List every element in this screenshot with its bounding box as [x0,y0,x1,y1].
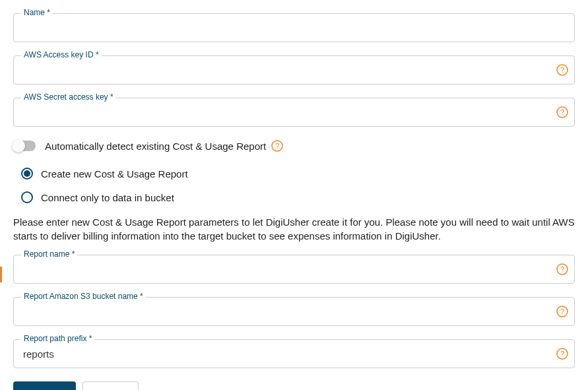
path-prefix-input[interactable] [13,339,575,368]
accent-strip [0,267,2,282]
button-row: CONNECT CANCEL [13,381,575,390]
radio-create[interactable]: Create new Cost & Usage Report [21,168,575,179]
help-icon[interactable]: ? [556,263,568,275]
name-input[interactable] [13,13,575,42]
path-prefix-label: Report path prefix * [21,334,94,343]
report-name-input[interactable] [13,255,575,284]
path-prefix-field-group: Report path prefix * ? [13,339,575,368]
cancel-button[interactable]: CANCEL [82,381,139,390]
access-key-input[interactable] [13,55,575,84]
svg-text:?: ? [560,308,564,315]
auto-detect-label: Automatically detect existing Cost & Usa… [45,141,266,152]
svg-text:?: ? [560,265,564,273]
secret-key-label: AWS Secret access key * [21,92,116,102]
auto-detect-row: Automatically detect existing Cost & Usa… [13,140,575,152]
bucket-name-input[interactable] [13,297,575,326]
toggle-knob [12,139,25,152]
radio-connect-label: Connect only to data in bucket [41,192,174,203]
svg-text:?: ? [560,350,564,358]
bucket-name-label: Report Amazon S3 bucket name * [21,292,146,301]
name-field-group: Name * [13,13,575,42]
connect-button[interactable]: CONNECT [13,381,76,390]
svg-text:?: ? [560,108,564,116]
svg-text:?: ? [275,142,279,150]
help-icon[interactable]: ? [556,306,568,317]
secret-key-input[interactable] [13,98,575,127]
secret-key-field-group: AWS Secret access key * ? [13,98,575,127]
access-key-field-group: AWS Access key ID * ? [13,55,575,84]
report-name-field-group: Report name * ? [13,255,575,284]
svg-text:?: ? [560,66,564,74]
help-icon[interactable]: ? [556,106,568,118]
radio-connect[interactable]: Connect only to data in bucket [21,191,575,203]
auto-detect-toggle[interactable] [13,141,36,151]
bucket-name-field-group: Report Amazon S3 bucket name * ? [13,297,575,326]
help-icon[interactable]: ? [271,140,283,152]
report-name-label: Report name * [21,249,77,259]
name-label: Name * [21,8,53,17]
radio-button-selected [21,168,33,179]
help-icon[interactable]: ? [556,348,568,360]
report-mode-radio-group: Create new Cost & Usage Report Connect o… [21,168,575,203]
help-icon[interactable]: ? [556,64,568,76]
description-text: Please enter new Cost & Usage Report par… [13,215,575,243]
access-key-label: AWS Access key ID * [21,50,102,59]
radio-button-unselected [21,191,33,203]
radio-create-label: Create new Cost & Usage Report [41,168,188,179]
